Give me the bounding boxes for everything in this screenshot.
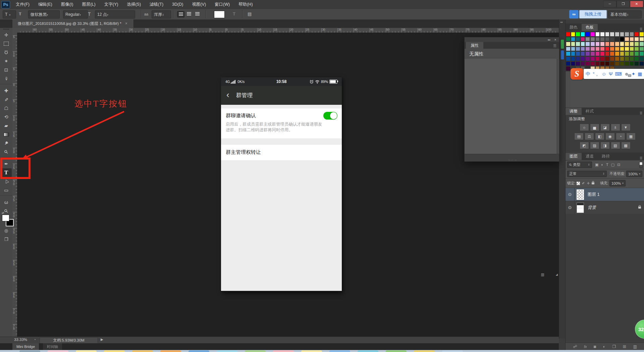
tool-preset-picker[interactable]: T▾: [3, 10, 16, 18]
trash-icon[interactable]: ▥: [541, 272, 544, 277]
layer-thumbnail[interactable]: [577, 189, 584, 200]
exposure-icon[interactable]: ±: [611, 124, 620, 131]
color-swatch[interactable]: [630, 51, 634, 56]
character-panel-toggle-icon[interactable]: ▤: [248, 10, 252, 18]
restore-button[interactable]: ❐: [616, 1, 630, 7]
color-swatch[interactable]: [615, 56, 620, 61]
taskbar-button[interactable]: [76, 350, 97, 352]
quick-mask-button[interactable]: ◎: [0, 226, 12, 235]
color-swatch[interactable]: [634, 42, 639, 46]
blend-mode-select[interactable]: 正常 ⇕: [567, 171, 607, 177]
taskbar-button[interactable]: [273, 350, 294, 352]
close-icon[interactable]: ✕: [554, 38, 556, 41]
color-swatch[interactable]: [625, 47, 629, 51]
color-swatch[interactable]: [605, 47, 610, 51]
color-swatch[interactable]: [566, 37, 571, 42]
color-swatch[interactable]: [634, 47, 639, 51]
tab-properties[interactable]: 属性: [466, 42, 483, 49]
screen-mode-button[interactable]: ❐: [0, 235, 12, 244]
color-swatch[interactable]: [595, 61, 600, 66]
color-swatch[interactable]: [571, 42, 576, 46]
color-swatch[interactable]: [639, 56, 644, 61]
align-right-button[interactable]: [194, 11, 201, 17]
layer-row[interactable]: ⊙图层 1: [566, 188, 644, 201]
color-swatch[interactable]: [581, 37, 585, 42]
tab-color[interactable]: 颜色: [566, 24, 582, 31]
windows-taskbar[interactable]: [0, 350, 644, 352]
align-center-button[interactable]: [185, 11, 192, 17]
menu-item[interactable]: 编辑(E): [34, 0, 57, 9]
back-chevron-icon[interactable]: ‹: [226, 90, 229, 100]
taskbar-button[interactable]: [329, 350, 350, 352]
color-swatch[interactable]: [610, 56, 614, 61]
visibility-eye-icon[interactable]: ⊙: [566, 201, 575, 214]
invite-confirm-toggle[interactable]: [323, 112, 337, 120]
color-swatch[interactable]: [595, 32, 600, 37]
color-swatch[interactable]: [566, 42, 571, 46]
taskbar-button[interactable]: [19, 350, 40, 352]
taskbar-button[interactable]: [104, 350, 125, 352]
color-swatch[interactable]: [571, 51, 576, 56]
taskbar-button[interactable]: [358, 350, 378, 352]
color-swatch[interactable]: [605, 51, 610, 56]
color-swatch[interactable]: [571, 56, 576, 61]
collapsed-panel-icon[interactable]: [561, 40, 564, 49]
crop-tool[interactable]: ⊡: [0, 65, 12, 74]
color-swatch[interactable]: [566, 32, 571, 37]
color-swatch[interactable]: [600, 47, 605, 51]
color-swatch[interactable]: [620, 37, 625, 42]
spot-healing-brush-tool[interactable]: ✚: [0, 86, 12, 95]
opacity-input[interactable]: 100% ▾: [626, 171, 642, 177]
transfer-owner-card[interactable]: 群主管理权转让: [221, 145, 342, 160]
color-swatch[interactable]: [605, 32, 610, 37]
color-swatch[interactable]: [595, 56, 600, 61]
color-swatch[interactable]: [615, 51, 620, 56]
color-swatch[interactable]: [585, 32, 590, 37]
color-swatch[interactable]: [600, 61, 605, 66]
threshold-icon[interactable]: ◨: [600, 142, 610, 149]
color-swatch[interactable]: [600, 32, 605, 37]
color-swatch[interactable]: [566, 51, 571, 56]
color-swatch[interactable]: [585, 56, 590, 61]
layer-row[interactable]: ⊙背景: [566, 201, 644, 214]
color-swatch[interactable]: [634, 51, 639, 56]
color-swatch[interactable]: [639, 61, 644, 66]
color-swatch[interactable]: [620, 47, 625, 51]
font-family-select[interactable]: 微软雅黑▾: [28, 10, 60, 18]
filter-adjustment-layers-icon[interactable]: ◐: [601, 163, 603, 167]
color-swatch[interactable]: [605, 37, 610, 42]
tab-close-icon[interactable]: ×: [125, 21, 127, 26]
color-swatch[interactable]: [630, 56, 634, 61]
collapsed-panel-icon[interactable]: [561, 50, 564, 59]
tab-timeline[interactable]: 时间轴: [43, 343, 62, 350]
font-style-select[interactable]: Regular▾: [63, 10, 88, 18]
hue-saturation-icon[interactable]: ▤: [574, 133, 584, 140]
taskbar-button[interactable]: [48, 350, 68, 352]
color-swatch[interactable]: [600, 56, 605, 61]
zoom-level-input[interactable]: 33.33%: [14, 338, 27, 342]
color-swatch[interactable]: [571, 32, 576, 37]
color-lookup-icon[interactable]: ▦: [626, 133, 636, 140]
collapse-arrows-icon[interactable]: ◂◂: [560, 21, 562, 24]
smudge-tool[interactable]: ☛: [0, 139, 12, 147]
color-swatch[interactable]: [615, 42, 620, 46]
color-swatch[interactable]: [566, 47, 571, 51]
document-image[interactable]: 4G 0K/s 10:58: [221, 77, 342, 292]
menu-item[interactable]: 图层(L): [77, 0, 100, 9]
menu-item[interactable]: 视图(V): [187, 0, 210, 9]
document-tab[interactable]: 微信图片_20181015110058.jpg @ 33.3% (图层 1, R…: [12, 19, 134, 28]
magic-wand-tool[interactable]: ✶: [0, 57, 12, 65]
brightness-contrast-icon[interactable]: ☼: [580, 124, 589, 131]
color-swatch[interactable]: [581, 51, 585, 56]
history-brush-tool[interactable]: ⟲: [0, 113, 12, 121]
resize-grip-icon[interactable]: ◢: [556, 273, 558, 276]
color-swatch[interactable]: [581, 56, 585, 61]
color-swatch[interactable]: [581, 61, 585, 66]
color-swatch[interactable]: [590, 61, 595, 66]
color-swatch[interactable]: [600, 42, 605, 46]
color-swatch[interactable]: [630, 37, 634, 42]
new-layer-icon[interactable]: ⊞: [623, 344, 626, 349]
scrollbar[interactable]: [556, 59, 559, 154]
layer-filter-select[interactable]: ⚲ 类型 ⇕: [567, 162, 592, 168]
color-swatch[interactable]: [620, 56, 625, 61]
